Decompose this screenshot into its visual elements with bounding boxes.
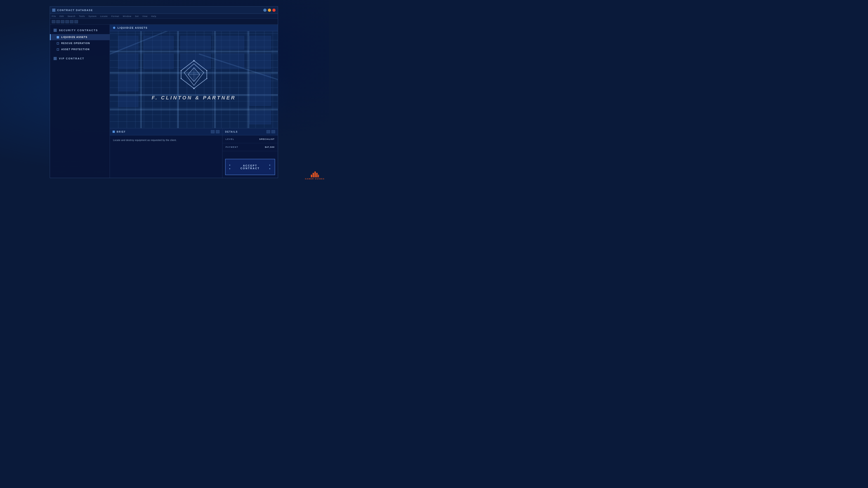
toolbar-btn-2[interactable] (56, 20, 60, 23)
details-panel: DETAILS LEVEL SPECIALIST PAYMENT $47,500 (222, 128, 278, 178)
brief-panel-controls (211, 130, 219, 133)
menu-edit[interactable]: Edit (60, 15, 64, 18)
accept-btn-label: ACCEPT CONTRACT (235, 164, 266, 170)
vip-contract-header: VIP CONTRACT (50, 57, 110, 62)
contract-dot-active (57, 36, 59, 38)
main-window: CONTRACT DATABASE File Edit Search Tools… (50, 6, 278, 178)
svg-point-5 (193, 88, 195, 89)
svg-point-3 (206, 70, 207, 71)
contract-header-title: LIQUIDIZE ASSETS (118, 26, 148, 29)
vip-contract-section: VIP CONTRACT (50, 57, 110, 62)
menu-set[interactable]: Set (135, 15, 139, 18)
level-label: LEVEL (225, 138, 235, 140)
gamer-guides-text: GAMER GUIDES (305, 178, 324, 180)
brief-ctrl-2[interactable] (216, 130, 219, 133)
brief-ctrl-1[interactable] (211, 130, 215, 133)
main-content: SECURITY CONTRACTS LIQUIDIZE ASSETS RESC… (50, 25, 278, 178)
svg-point-2 (193, 60, 195, 61)
contract-header: LIQUIDIZE ASSETS (110, 25, 278, 31)
contract-name-liquidize: LIQUIDIZE ASSETS (61, 36, 88, 38)
details-ctrl-1[interactable] (267, 130, 270, 133)
svg-point-7 (180, 70, 182, 71)
menu-file[interactable]: File (52, 15, 56, 18)
detail-level-row: LEVEL SPECIALIST (222, 135, 278, 143)
sidebar-item-rescue-operation[interactable]: RESCUE OPERATION (50, 40, 110, 46)
details-panel-controls (267, 130, 275, 133)
vip-folder-icon (54, 57, 57, 60)
contract-dot-rescue (57, 42, 59, 44)
sidebar-item-asset-protection[interactable]: ASSET PROTECTION (50, 46, 110, 53)
gamer-guides-icon (311, 170, 319, 177)
maximize-button[interactable] (268, 8, 271, 12)
toolbar-btn-1[interactable] (52, 20, 55, 23)
brief-text: Locate and destroy equipment as requeste… (110, 135, 222, 145)
menu-tools[interactable]: Tools (79, 15, 85, 18)
menu-bar: File Edit Search Tools System Locate For… (50, 14, 278, 19)
gamer-guides-svg (311, 170, 319, 177)
window-title: CONTRACT DATABASE (57, 9, 93, 11)
window-controls (264, 8, 276, 12)
svg-point-6 (180, 78, 182, 79)
contract-dot-asset (57, 48, 59, 51)
svg-point-4 (206, 78, 207, 79)
contract-name-asset: ASSET PROTECTION (61, 48, 90, 51)
sidebar-item-liquidize-assets[interactable]: LIQUIDIZE ASSETS (50, 34, 110, 40)
map-area: F. CLINTON & PARTNER (110, 31, 278, 128)
menu-system[interactable]: System (89, 15, 97, 18)
menu-view[interactable]: View (143, 15, 148, 18)
accept-contract-button[interactable]: • • ACCEPT CONTRACT • • (225, 159, 275, 175)
menu-window[interactable]: Window (123, 15, 131, 18)
details-title: DETAILS (225, 131, 265, 133)
level-value: SPECIALIST (259, 138, 275, 140)
contract-header-dot (113, 27, 115, 29)
brief-panel: BRIEF Locate and destroy equipment as re… (110, 128, 222, 178)
window-icon (52, 8, 55, 12)
btn-prefix-dots: • • (228, 163, 232, 170)
payment-value: $47,500 (265, 146, 275, 148)
close-button[interactable] (272, 8, 276, 12)
menu-format[interactable]: Format (112, 15, 119, 18)
security-contracts-title: SECURITY CONTRACTS (59, 29, 98, 32)
company-overlay: F. CLINTON & PARTNER (110, 31, 278, 128)
brief-panel-header: BRIEF (110, 128, 222, 135)
accept-btn-container: • • ACCEPT CONTRACT • • (222, 156, 278, 178)
toolbar-btn-6[interactable] (74, 20, 78, 23)
vip-contract-title: VIP CONTRACT (59, 57, 84, 60)
right-panel: LIQUIDIZE ASSETS (110, 25, 278, 178)
toolbar-btn-5[interactable] (70, 20, 73, 23)
svg-rect-10 (314, 171, 316, 177)
brief-icon (113, 131, 115, 133)
toolbar-btn-4[interactable] (65, 20, 69, 23)
details-ctrl-2[interactable] (272, 130, 275, 133)
folder-icon (54, 29, 57, 32)
svg-rect-9 (313, 173, 314, 177)
btn-suffix-dots: • • (268, 163, 272, 170)
bottom-panels: BRIEF Locate and destroy equipment as re… (110, 128, 278, 178)
gamer-guides-branding: GAMER GUIDES (305, 170, 324, 180)
company-name: F. CLINTON & PARTNER (152, 95, 236, 101)
detail-payment-row: PAYMENT $47,500 (222, 143, 278, 151)
svg-rect-8 (311, 175, 312, 177)
brief-title: BRIEF (117, 131, 209, 133)
svg-rect-12 (318, 175, 319, 177)
payment-label: PAYMENT (225, 146, 239, 148)
sidebar: SECURITY CONTRACTS LIQUIDIZE ASSETS RESC… (50, 25, 110, 178)
menu-search[interactable]: Search (68, 15, 75, 18)
title-bar: CONTRACT DATABASE (50, 6, 278, 14)
toolbar-btn-3[interactable] (61, 20, 64, 23)
minimize-button[interactable] (264, 8, 267, 12)
toolbar (50, 19, 278, 25)
menu-locate[interactable]: Locate (100, 15, 108, 18)
svg-rect-11 (316, 173, 318, 177)
contract-name-rescue: RESCUE OPERATION (61, 42, 90, 44)
menu-help[interactable]: Help (151, 15, 156, 18)
security-contracts-header: SECURITY CONTRACTS (50, 29, 110, 34)
company-logo-svg (178, 59, 210, 90)
details-panel-header: DETAILS (222, 128, 278, 135)
